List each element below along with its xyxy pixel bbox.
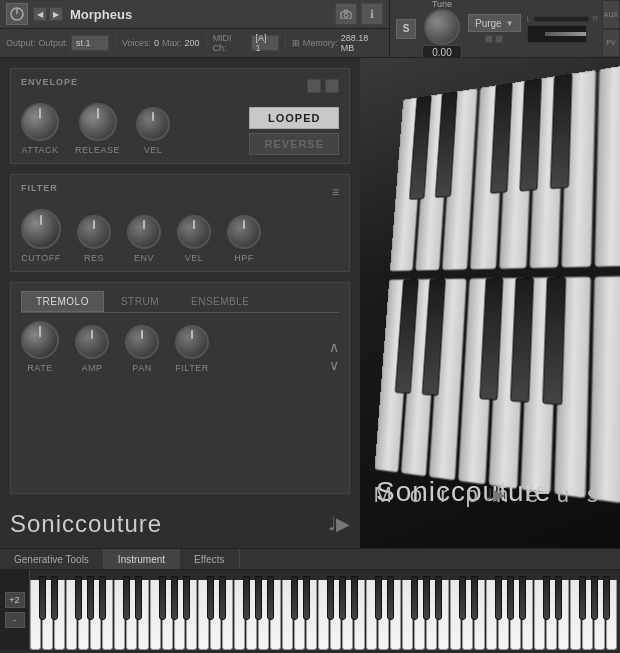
- amp-group: AMP: [75, 325, 109, 373]
- black-key[interactable]: [51, 576, 58, 620]
- meter-btn-2[interactable]: [495, 35, 503, 43]
- black-key[interactable]: [327, 576, 334, 620]
- black-key[interactable]: [159, 576, 166, 620]
- generative-tab[interactable]: Generative Tools: [0, 549, 104, 569]
- vel-filter-knob[interactable]: [177, 215, 211, 249]
- playback-icon[interactable]: ♩▶: [485, 485, 505, 504]
- hpf-knob[interactable]: [227, 215, 261, 249]
- octave-up-button[interactable]: +2: [5, 592, 25, 608]
- top-bar: ◀ ▶ Morpheus ℹ Output: Output: st.1 Voic…: [0, 0, 620, 58]
- strum-tab[interactable]: STRUM: [106, 291, 174, 312]
- black-key[interactable]: [183, 576, 190, 620]
- amp-knob[interactable]: [75, 325, 109, 359]
- black-key[interactable]: [219, 576, 226, 620]
- black-key[interactable]: [411, 576, 418, 620]
- black-key[interactable]: [291, 576, 298, 620]
- black-key[interactable]: [579, 576, 586, 620]
- black-key[interactable]: [135, 576, 142, 620]
- filter-menu-icon[interactable]: ≡: [332, 185, 339, 199]
- black-key[interactable]: [87, 576, 94, 620]
- voices-value: 0: [154, 38, 159, 48]
- black-key[interactable]: [243, 576, 250, 620]
- mod-body: RATE AMP PAN FILTER: [21, 321, 339, 373]
- effects-tab[interactable]: Effects: [180, 549, 239, 569]
- tune-knob[interactable]: [424, 9, 460, 45]
- info-button[interactable]: ℹ: [361, 3, 383, 25]
- black-key[interactable]: [471, 576, 478, 620]
- black-key[interactable]: [171, 576, 178, 620]
- instrument-tab[interactable]: Instrument: [104, 549, 180, 569]
- cutoff-knob[interactable]: [21, 209, 61, 249]
- piano-keyboard: +2 -: [0, 570, 620, 650]
- env-ctrl-1[interactable]: [307, 79, 321, 93]
- black-key[interactable]: [303, 576, 310, 620]
- black-key[interactable]: [255, 576, 262, 620]
- midi-dropdown[interactable]: [A] 1: [251, 35, 279, 51]
- filter-section: FILTER ≡ CUTOFF RES ENV VEL: [10, 174, 350, 272]
- aux-button[interactable]: AUX: [602, 0, 620, 29]
- nav-right-button[interactable]: ▶: [49, 7, 63, 21]
- output-item: Output: Output: st.1: [6, 35, 109, 51]
- pan-knob[interactable]: [125, 325, 159, 359]
- max-value: 200: [185, 38, 200, 48]
- black-key[interactable]: [39, 576, 46, 620]
- vel-env-knob[interactable]: [136, 107, 170, 141]
- black-key[interactable]: [75, 576, 82, 620]
- black-key[interactable]: [267, 576, 274, 620]
- envelope-buttons: LOOPED REVERSE: [249, 107, 339, 155]
- attack-knob[interactable]: [21, 103, 59, 141]
- wave-down-icon: ∨: [329, 357, 339, 373]
- black-key[interactable]: [99, 576, 106, 620]
- black-key[interactable]: [591, 576, 598, 620]
- env-group: ENV: [127, 215, 161, 263]
- env-ctrl-2[interactable]: [325, 79, 339, 93]
- separator: [115, 35, 116, 51]
- black-key[interactable]: [207, 576, 214, 620]
- black-key[interactable]: [423, 576, 430, 620]
- black-key[interactable]: [351, 576, 358, 620]
- res-knob[interactable]: [77, 215, 111, 249]
- black-key[interactable]: [543, 576, 550, 620]
- black-key[interactable]: [495, 576, 502, 620]
- memory-item: ⊞ Memory: 288.18 MB: [292, 33, 383, 53]
- black-key[interactable]: [435, 576, 442, 620]
- note-icon: ♩▶: [328, 513, 350, 535]
- octave-down-button[interactable]: -: [5, 612, 25, 628]
- nav-left-button[interactable]: ◀: [33, 7, 47, 21]
- wave-icon[interactable]: ∧ ∨: [329, 339, 339, 373]
- svg-rect-24: [551, 74, 572, 189]
- tremolo-tab[interactable]: TREMOLO: [21, 291, 104, 312]
- separator2: [206, 35, 207, 51]
- meter-btn-1[interactable]: [485, 35, 493, 43]
- black-key[interactable]: [459, 576, 466, 620]
- black-key[interactable]: [555, 576, 562, 620]
- pv-button[interactable]: PV: [602, 29, 620, 58]
- tune-knob-container: Tune 0.00: [422, 0, 462, 60]
- black-key[interactable]: [123, 576, 130, 620]
- reverse-button[interactable]: REVERSE: [249, 133, 339, 155]
- black-key[interactable]: [603, 576, 610, 620]
- ensemble-tab[interactable]: ENSEMBLE: [176, 291, 264, 312]
- camera-button[interactable]: [335, 3, 357, 25]
- volume-slider[interactable]: [527, 25, 587, 43]
- looped-button[interactable]: LOOPED: [249, 107, 339, 129]
- black-key[interactable]: [519, 576, 526, 620]
- rate-knob[interactable]: [21, 321, 59, 359]
- keys-container[interactable]: [30, 570, 620, 650]
- purge-button[interactable]: Purge ▼: [468, 14, 521, 32]
- vel-env-group: VEL: [136, 107, 170, 155]
- black-key[interactable]: [507, 576, 514, 620]
- env-knob[interactable]: [127, 215, 161, 249]
- release-knob[interactable]: [79, 103, 117, 141]
- output-label-text: Output:: [39, 38, 69, 48]
- output-value: st.1: [76, 38, 91, 48]
- modulation-section: TREMOLO STRUM ENSEMBLE RATE AMP: [10, 282, 350, 494]
- black-key[interactable]: [387, 576, 394, 620]
- s-button[interactable]: S: [396, 19, 416, 39]
- instrument-icon: [6, 3, 28, 25]
- filter-mod-knob[interactable]: [175, 325, 209, 359]
- black-key[interactable]: [375, 576, 382, 620]
- brand-name: Soniccouture: [10, 510, 162, 538]
- black-key[interactable]: [339, 576, 346, 620]
- output-dropdown[interactable]: st.1: [71, 35, 109, 51]
